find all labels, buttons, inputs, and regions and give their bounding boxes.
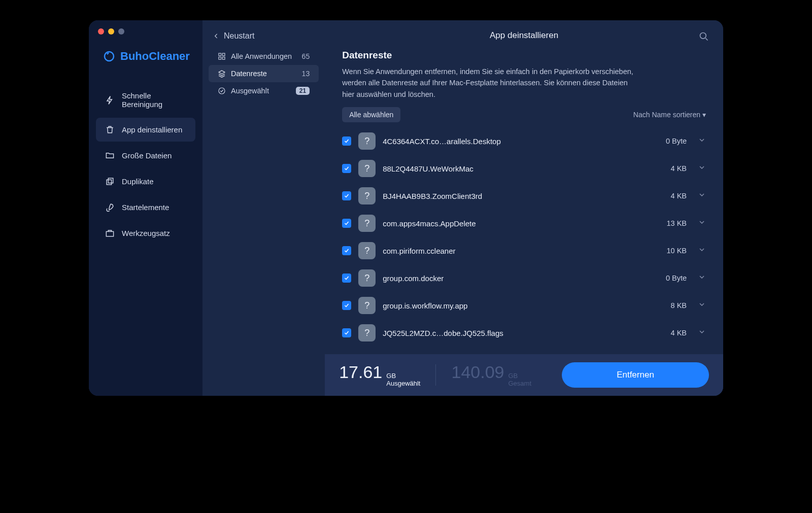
item-size: 13 KB xyxy=(667,219,687,227)
check-icon xyxy=(344,330,350,336)
footer-bar: 17.61 GB Ausgewählt 140.09 GB Gesamt Ent… xyxy=(325,354,723,396)
lightning-icon xyxy=(105,95,115,105)
expand-button[interactable] xyxy=(698,191,706,201)
window-controls xyxy=(89,28,202,50)
nav-startup[interactable]: Startelemente xyxy=(96,195,195,219)
list-item[interactable]: ? JQ525L2MZD.c…dobe.JQ525.flags 4 KB xyxy=(342,319,706,347)
item-name: 88L2Q4487U.WeWorkMac xyxy=(383,164,663,173)
maximize-window-button[interactable] xyxy=(118,28,124,35)
app-window: BuhoCleaner Schnelle Bereinigung App dei… xyxy=(89,20,723,396)
checkbox[interactable] xyxy=(342,136,351,146)
checkbox[interactable] xyxy=(342,328,351,337)
nav-label: Große Dateien xyxy=(122,151,172,160)
list-item[interactable]: ? 88L2Q4487U.WeWorkMac 4 KB xyxy=(342,155,706,182)
checkbox[interactable] xyxy=(342,219,351,228)
filter-leftovers[interactable]: Datenreste 13 xyxy=(209,65,319,82)
list-item[interactable]: ? group.com.docker 0 Byte xyxy=(342,264,706,292)
filter-selected[interactable]: Ausgewählt 21 xyxy=(209,82,319,99)
selected-size-label: Ausgewählt xyxy=(386,380,420,388)
grid-icon xyxy=(218,52,226,60)
chevron-down-icon xyxy=(698,300,706,309)
unknown-app-icon: ? xyxy=(358,215,376,232)
expand-button[interactable] xyxy=(698,300,706,311)
stat-selected: 17.61 GB Ausgewählt xyxy=(339,362,420,388)
remove-button[interactable]: Entfernen xyxy=(562,362,709,388)
checkbox[interactable] xyxy=(342,301,351,310)
item-name: JQ525L2MZD.c…dobe.JQ525.flags xyxy=(383,329,663,337)
search-button[interactable] xyxy=(699,31,709,44)
check-icon xyxy=(344,193,350,199)
nav-uninstall[interactable]: App deinstallieren xyxy=(96,118,195,142)
main-header: App deinstallieren xyxy=(325,20,723,46)
layers-icon xyxy=(218,70,226,78)
file-list: ? 4C6364ACXT.co…arallels.Desktop 0 Byte … xyxy=(342,127,706,354)
item-name: com.piriform.ccleaner xyxy=(383,247,659,255)
back-button[interactable]: Neustart xyxy=(202,20,325,48)
item-size: 0 Byte xyxy=(666,274,687,282)
checkbox[interactable] xyxy=(342,191,351,200)
filter-label: Alle Anwendungen xyxy=(231,52,292,60)
nav-duplicates[interactable]: Duplikate xyxy=(96,169,195,193)
total-size-unit: GB xyxy=(508,372,531,380)
minimize-window-button[interactable] xyxy=(108,28,114,35)
app-logo: BuhoCleaner xyxy=(89,50,202,83)
section-title: Datenreste xyxy=(342,50,706,61)
list-item[interactable]: ? group.is.workflow.my.app 8 KB xyxy=(342,292,706,319)
nav-toolbox[interactable]: Werkzeugsatz xyxy=(96,221,195,245)
list-toolbar: Alle abwählen Nach Name sortieren ▾ xyxy=(342,107,706,122)
nav-label: App deinstallieren xyxy=(122,125,182,134)
item-size: 4 KB xyxy=(671,164,687,173)
svg-rect-3 xyxy=(106,231,113,236)
item-name: com.apps4macs.AppDelete xyxy=(383,219,659,228)
trash-icon xyxy=(105,125,115,134)
divider xyxy=(435,364,436,386)
svg-rect-6 xyxy=(219,57,221,59)
stat-total: 140.09 GB Gesamt xyxy=(451,362,531,388)
item-size: 0 Byte xyxy=(666,137,687,145)
expand-button[interactable] xyxy=(698,218,706,228)
check-circle-icon xyxy=(218,87,226,95)
unknown-app-icon: ? xyxy=(358,324,376,341)
toolbox-icon xyxy=(105,228,115,238)
deselect-all-button[interactable]: Alle abwählen xyxy=(342,107,400,122)
nav-quick-clean[interactable]: Schnelle Bereinigung xyxy=(96,84,195,116)
list-item[interactable]: ? com.piriform.ccleaner 10 KB xyxy=(342,237,706,264)
nav-label: Startelemente xyxy=(122,203,169,212)
section-description: Wenn Sie Anwendungen entfernen, indem Si… xyxy=(342,66,641,100)
list-item[interactable]: ? com.apps4macs.AppDelete 13 KB xyxy=(342,210,706,237)
expand-button[interactable] xyxy=(698,273,706,283)
checkbox[interactable] xyxy=(342,246,351,255)
sort-dropdown[interactable]: Nach Name sortieren ▾ xyxy=(633,111,706,119)
unknown-app-icon: ? xyxy=(358,269,376,287)
unknown-app-icon: ? xyxy=(358,297,376,314)
list-item[interactable]: ? 4C6364ACXT.co…arallels.Desktop 0 Byte xyxy=(342,127,706,155)
item-size: 10 KB xyxy=(667,247,687,255)
nav-large-files[interactable]: Große Dateien xyxy=(96,144,195,167)
duplicates-icon xyxy=(105,177,115,186)
expand-button[interactable] xyxy=(698,136,706,146)
unknown-app-icon: ? xyxy=(358,160,376,177)
svg-rect-7 xyxy=(222,57,225,59)
list-item[interactable]: ? BJ4HAAB9B3.ZoomClient3rd 4 KB xyxy=(342,182,706,210)
rocket-icon xyxy=(105,202,115,212)
selected-size-value: 17.61 xyxy=(339,362,382,382)
check-icon xyxy=(344,275,350,281)
check-icon xyxy=(344,220,350,226)
filter-all-apps[interactable]: Alle Anwendungen 65 xyxy=(209,48,319,65)
filter-column: Neustart Alle Anwendungen 65 Datenreste … xyxy=(202,20,325,396)
checkbox[interactable] xyxy=(342,164,351,173)
expand-button[interactable] xyxy=(698,328,706,338)
item-name: 4C6364ACXT.co…arallels.Desktop xyxy=(383,137,659,146)
unknown-app-icon: ? xyxy=(358,187,376,204)
item-name: group.com.docker xyxy=(383,274,659,283)
expand-button[interactable] xyxy=(698,246,706,256)
folder-icon xyxy=(105,151,115,160)
chevron-down-icon xyxy=(698,328,706,336)
item-size: 8 KB xyxy=(671,301,687,310)
logo-icon xyxy=(103,50,115,62)
checkbox[interactable] xyxy=(342,273,351,283)
expand-button[interactable] xyxy=(698,163,706,174)
close-window-button[interactable] xyxy=(98,28,104,35)
chevron-left-icon xyxy=(213,32,220,40)
app-name: BuhoCleaner xyxy=(120,50,190,63)
